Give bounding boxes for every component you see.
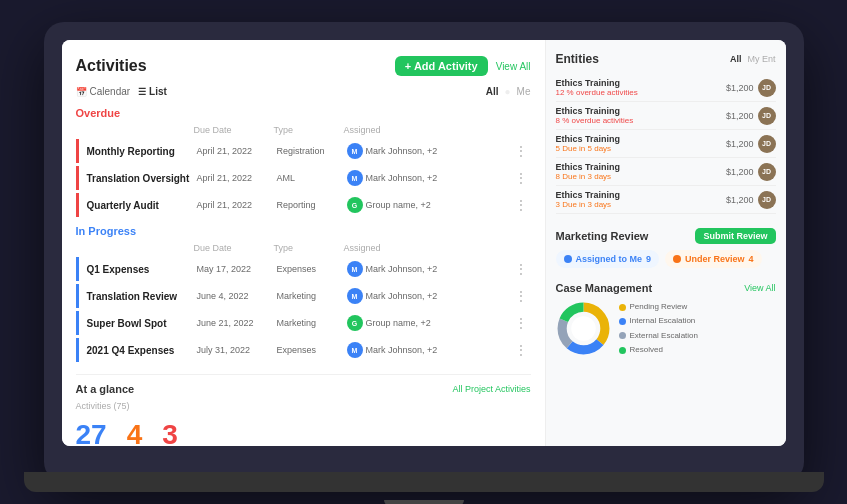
- activity-type: Expenses: [277, 345, 347, 355]
- stat-review-label: Under Review: [685, 254, 745, 264]
- overdue-row-1: Translation Oversight April 21, 2022 AML…: [76, 166, 531, 190]
- entity-right: $1,200 JD: [726, 107, 776, 125]
- laptop-notch: [384, 500, 464, 504]
- entity-right: $1,200 JD: [726, 163, 776, 181]
- entity-name: Ethics Training: [556, 162, 726, 172]
- overdue-col-headers: Due Date Type Assigned: [76, 123, 531, 139]
- row-menu[interactable]: ⋮: [515, 316, 531, 330]
- entities-title: Entities: [556, 52, 599, 66]
- list-tab-label: List: [149, 86, 167, 97]
- calendar-tab[interactable]: 📅 Calendar: [76, 86, 131, 97]
- activity-date: April 21, 2022: [197, 146, 277, 156]
- col-name: [84, 243, 194, 253]
- inprogress-row-0: Q1 Expenses May 17, 2022 Expenses M Mark…: [76, 257, 531, 281]
- case-content: Pending Review Internal Escalation Exter…: [556, 300, 776, 358]
- avatar: JD: [758, 79, 776, 97]
- laptop-frame: Activities + Add Activity View All 📅 Cal…: [44, 22, 804, 482]
- activity-assigned: M Mark Johnson, +2: [347, 288, 515, 304]
- activity-type: Expenses: [277, 264, 347, 274]
- submit-review-button[interactable]: Submit Review: [695, 228, 775, 244]
- stat-review-count: 4: [749, 254, 754, 264]
- marketing-title: Marketing Review: [556, 230, 649, 242]
- col-type: Type: [274, 243, 344, 253]
- list-tab[interactable]: ☰ List: [138, 86, 167, 97]
- activity-type: AML: [277, 173, 347, 183]
- case-view-all[interactable]: View All: [744, 283, 775, 293]
- legend-item-3: Resolved: [619, 343, 698, 357]
- legend-item-2: External Escalation: [619, 329, 698, 343]
- inprogress-row-1: Translation Review June 4, 2022 Marketin…: [76, 284, 531, 308]
- marketing-section: Marketing Review Submit Review Assigned …: [556, 222, 776, 268]
- activity-type: Registration: [277, 146, 347, 156]
- glance-num-0: 27: [76, 419, 107, 446]
- filter-me[interactable]: Me: [517, 86, 531, 97]
- activity-assigned: G Group name, +2: [347, 315, 515, 331]
- activity-date: June 4, 2022: [197, 291, 277, 301]
- row-menu[interactable]: ⋮: [515, 171, 531, 185]
- inprogress-row-2: Super Bowl Spot June 21, 2022 Marketing …: [76, 311, 531, 335]
- svg-point-4: [571, 317, 595, 341]
- entities-tab-my[interactable]: My Ent: [747, 54, 775, 64]
- activity-date: May 17, 2022: [197, 264, 277, 274]
- entities-header: Entities All My Ent: [556, 52, 776, 66]
- legend-dot-yellow: [619, 304, 626, 311]
- stat-dot-orange: [673, 255, 681, 263]
- col-name: [84, 125, 194, 135]
- entity-right: $1,200 JD: [726, 191, 776, 209]
- entity-left: Ethics Training 8 Due in 3 days: [556, 162, 726, 181]
- row-menu[interactable]: ⋮: [515, 144, 531, 158]
- view-all-link[interactable]: View All: [496, 61, 531, 72]
- case-header: Case Management View All: [556, 282, 776, 294]
- entity-row-3: Ethics Training 8 Due in 3 days $1,200 J…: [556, 158, 776, 186]
- legend-item-1: Internal Escalation: [619, 314, 698, 328]
- activity-assigned: M Mark Johnson, +2: [347, 170, 515, 186]
- col-due-date: Due Date: [194, 243, 274, 253]
- stat-assigned-label: Assigned to Me: [576, 254, 643, 264]
- donut-chart: [556, 301, 611, 356]
- activity-assigned: M Mark Johnson, +2: [347, 261, 515, 277]
- stat-assigned-count: 9: [646, 254, 651, 264]
- in-progress-section-title: In Progress: [76, 225, 531, 237]
- col-assigned: Assigned: [344, 243, 515, 253]
- stat-under-review: Under Review 4: [665, 250, 762, 268]
- laptop-screen: Activities + Add Activity View All 📅 Cal…: [62, 40, 786, 446]
- legend-label: External Escalation: [630, 329, 698, 343]
- entity-overdue: 8 Due in 3 days: [556, 172, 726, 181]
- entity-overdue: 12 % overdue activities: [556, 88, 726, 97]
- activity-type: Marketing: [277, 318, 347, 328]
- legend-item-0: Pending Review: [619, 300, 698, 314]
- entity-name: Ethics Training: [556, 134, 726, 144]
- avatar: M: [347, 288, 363, 304]
- row-menu[interactable]: ⋮: [515, 289, 531, 303]
- laptop-base: [24, 472, 824, 492]
- entity-row-2: Ethics Training 5 Due in 5 days $1,200 J…: [556, 130, 776, 158]
- header-right: + Add Activity View All: [395, 56, 531, 76]
- filter-all[interactable]: All: [486, 86, 499, 97]
- row-menu[interactable]: ⋮: [515, 343, 531, 357]
- row-menu[interactable]: ⋮: [515, 198, 531, 212]
- row-menu[interactable]: ⋮: [515, 262, 531, 276]
- avatar: G: [347, 197, 363, 213]
- entities-tabs: All My Ent: [730, 54, 776, 64]
- list-icon: ☰: [138, 87, 146, 97]
- avatar: M: [347, 143, 363, 159]
- add-activity-button[interactable]: + Add Activity: [395, 56, 488, 76]
- entities-tab-all[interactable]: All: [730, 54, 742, 64]
- activity-name: Quarterly Audit: [87, 200, 197, 211]
- toggle-bar: 📅 Calendar ☰ List All ● Me: [76, 86, 531, 97]
- entity-left: Ethics Training 5 Due in 5 days: [556, 134, 726, 153]
- activity-name: Q1 Expenses: [87, 264, 197, 275]
- legend-label: Pending Review: [630, 300, 688, 314]
- avatar: JD: [758, 163, 776, 181]
- avatar: JD: [758, 107, 776, 125]
- stat-assigned-me: Assigned to Me 9: [556, 250, 660, 268]
- overdue-row-0: Monthly Reporting April 21, 2022 Registr…: [76, 139, 531, 163]
- case-legend: Pending Review Internal Escalation Exter…: [619, 300, 698, 358]
- legend-label: Internal Escalation: [630, 314, 696, 328]
- calendar-tab-label: Calendar: [90, 86, 131, 97]
- at-glance-link[interactable]: All Project Activities: [452, 384, 530, 394]
- overdue-section-title: Overdue: [76, 107, 531, 119]
- legend-label: Resolved: [630, 343, 663, 357]
- entity-amount: $1,200: [726, 167, 754, 177]
- activity-date: April 21, 2022: [197, 200, 277, 210]
